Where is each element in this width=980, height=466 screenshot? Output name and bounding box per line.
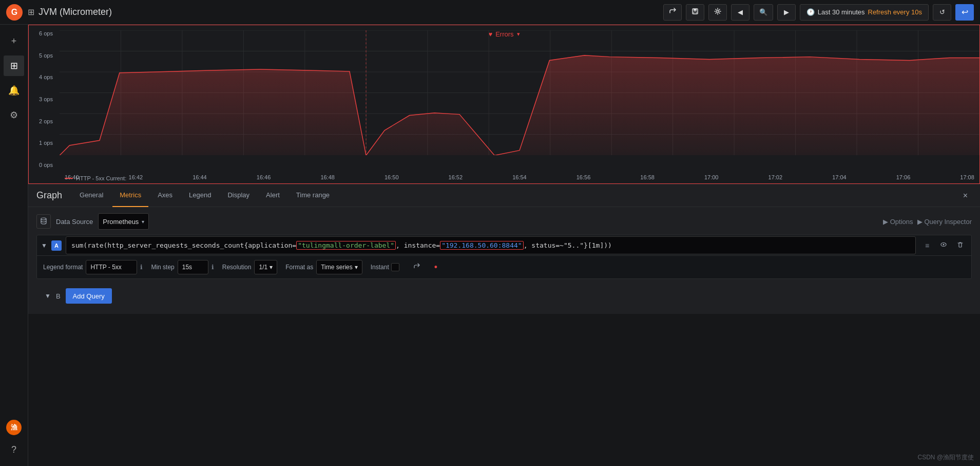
- nav-forward-button[interactable]: ▶: [777, 4, 796, 21]
- delete-icon: [957, 241, 964, 250]
- tab-time-range[interactable]: Time range: [289, 184, 337, 207]
- x-label-1704: 17:04: [832, 174, 847, 180]
- x-label-1644: 16:44: [193, 174, 207, 180]
- clock-icon: 🕐: [806, 8, 815, 16]
- refresh-button[interactable]: ↺: [933, 4, 951, 21]
- x-label-1654: 16:54: [512, 174, 527, 180]
- sidebar-item-alerts[interactable]: 🔔: [4, 80, 24, 101]
- datasource-value: Prometheus: [103, 218, 139, 226]
- settings-icon: ⚙: [10, 109, 18, 121]
- y-label-1: 1 ops: [39, 140, 53, 146]
- tab-metrics[interactable]: Metrics: [112, 184, 148, 207]
- b-collapse-button[interactable]: ▼: [45, 292, 51, 300]
- options-button[interactable]: ▶ Options: [883, 218, 913, 226]
- refresh-label: Refresh every 10s: [868, 8, 923, 16]
- tab-legend[interactable]: Legend: [182, 184, 218, 207]
- zoom-button[interactable]: 🔍: [754, 4, 773, 21]
- format-as-caret-icon: ▾: [355, 264, 358, 271]
- query-text-pre: sum(rate(http_server_requests_seconds_co…: [71, 241, 296, 249]
- topbar-title: ⊞ JVM (Micrometer): [28, 7, 658, 17]
- query-a-collapse-button[interactable]: ▼: [41, 242, 47, 249]
- datasource-caret-icon: ▾: [142, 219, 144, 225]
- back-arrow-icon: ↩: [962, 7, 968, 17]
- query-delete-button[interactable]: [953, 238, 967, 253]
- legend-format-input[interactable]: [86, 260, 137, 274]
- panel-close-button[interactable]: ×: [959, 189, 972, 202]
- add-query-row: ▼ B Add Query: [36, 284, 972, 308]
- query-input[interactable]: sum(rate(http_server_requests_seconds_co…: [66, 236, 916, 254]
- query-menu-button[interactable]: ≡: [920, 238, 934, 253]
- share-icon: [669, 8, 676, 16]
- svg-point-29: [943, 244, 945, 246]
- format-as-select[interactable]: Time series ▾: [316, 260, 362, 274]
- x-axis: 16:40 16:42 16:44 16:46 16:48 16:50 16:5…: [60, 171, 979, 183]
- query-share-button[interactable]: [410, 260, 424, 274]
- tab-alert[interactable]: Alert: [259, 184, 287, 207]
- tab-general[interactable]: General: [72, 184, 110, 207]
- datasource-bar: Data Source Prometheus ▾ ▶ Options ▶ Que…: [36, 213, 972, 230]
- dashboard-title: JVM (Micrometer): [39, 7, 112, 17]
- nav-back-button[interactable]: ◀: [731, 4, 750, 21]
- menu-icon: ≡: [925, 241, 929, 250]
- grid-icon: ⊞: [28, 7, 34, 17]
- nav-back-icon: ◀: [738, 8, 743, 16]
- sidebar-item-add[interactable]: +: [4, 31, 24, 51]
- share-arrow-icon: [413, 263, 420, 271]
- save-button[interactable]: [686, 4, 704, 21]
- legend-line-indicator: [65, 178, 73, 179]
- sidebar-item-help[interactable]: ?: [4, 439, 24, 460]
- x-label-1706: 17:06: [896, 174, 911, 180]
- y-label-4: 4 ops: [39, 74, 53, 80]
- format-as-label: Format as: [285, 264, 313, 271]
- sidebar: + ⊞ 🔔 ⚙ 渔 ?: [0, 25, 28, 466]
- resolution-option: Resolution 1/1 ▾: [222, 260, 277, 274]
- error-dot: •: [434, 262, 437, 273]
- share-button[interactable]: [663, 4, 682, 21]
- settings-button[interactable]: [708, 4, 727, 21]
- sidebar-item-dashboards[interactable]: ⊞: [4, 55, 24, 76]
- sidebar-item-settings[interactable]: ⚙: [4, 105, 24, 125]
- format-as-option: Format as Time series ▾: [285, 260, 362, 274]
- avatar[interactable]: 渔: [6, 420, 22, 435]
- legend-format-label: Legend format: [43, 264, 83, 271]
- resolution-caret-icon: ▾: [270, 264, 273, 271]
- logo-text: G: [11, 8, 17, 17]
- x-label-1708: 17:08: [960, 174, 974, 180]
- dashboard-icon: ⊞: [10, 60, 18, 71]
- chart-inner: ♥ Errors ▾ 6 ops 5 ops 4 ops 3 ops 2 ops…: [29, 25, 979, 183]
- gear-icon: [714, 8, 721, 16]
- chart-panel: ♥ Errors ▾ 6 ops 5 ops 4 ops 3 ops 2 ops…: [28, 25, 980, 184]
- eye-icon: [940, 241, 947, 250]
- sidebar-bottom: 渔 ?: [4, 420, 24, 460]
- y-label-6: 6 ops: [39, 30, 53, 36]
- tab-axes[interactable]: Axes: [150, 184, 180, 207]
- bell-icon: 🔔: [8, 85, 20, 96]
- options-arrow-icon: ▶: [883, 218, 888, 226]
- format-as-value: Time series: [321, 264, 353, 271]
- datasource-select[interactable]: Prometheus ▾: [98, 213, 149, 230]
- help-icon: ?: [11, 444, 16, 455]
- zoom-icon: 🔍: [759, 8, 767, 16]
- save-icon: [691, 8, 699, 16]
- svg-point-3: [717, 10, 719, 12]
- tab-display[interactable]: Display: [220, 184, 257, 207]
- query-visibility-button[interactable]: [936, 238, 951, 253]
- add-query-button[interactable]: Add Query: [66, 288, 112, 304]
- panel-tabs: Graph General Metrics Axes Legend Displa…: [28, 184, 980, 207]
- x-label-1646: 16:46: [257, 174, 271, 180]
- query-text-comma2: , status=~: [524, 241, 564, 249]
- time-range-label: Last 30 minutes: [818, 8, 865, 16]
- query-highlight-instance: "192.168.50.60:8844": [440, 241, 524, 250]
- resolution-select[interactable]: 1/1 ▾: [254, 260, 277, 274]
- panel-title: Graph: [36, 190, 62, 201]
- min-step-label: Min step: [151, 264, 174, 271]
- query-inspector-button[interactable]: ▶ Query Inspector: [917, 218, 972, 226]
- panel-editor: Graph General Metrics Axes Legend Displa…: [28, 184, 980, 314]
- min-step-input[interactable]: [178, 260, 208, 274]
- x-label-1648: 16:48: [320, 174, 335, 180]
- time-range-picker[interactable]: 🕐 Last 30 minutes Refresh every 10s: [800, 4, 929, 21]
- instant-checkbox[interactable]: [391, 263, 399, 271]
- main-content: ♥ Errors ▾ 6 ops 5 ops 4 ops 3 ops 2 ops…: [28, 25, 980, 466]
- avatar-text: 渔: [11, 423, 17, 432]
- back-button[interactable]: ↩: [955, 4, 974, 21]
